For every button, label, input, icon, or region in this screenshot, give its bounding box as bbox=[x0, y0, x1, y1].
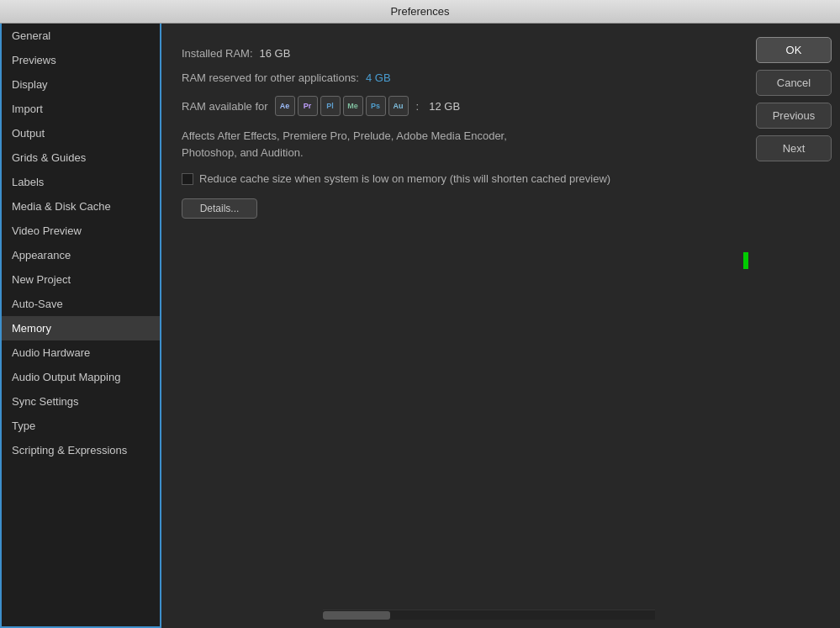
sidebar-item-audio-output-mapping[interactable]: Audio Output Mapping bbox=[2, 365, 160, 389]
sidebar-item-import[interactable]: Import bbox=[2, 97, 160, 121]
memory-section: Installed RAM: 16 GB RAM reserved for ot… bbox=[182, 47, 727, 219]
reduce-cache-row: Reduce cache size when system is low on … bbox=[182, 172, 727, 185]
reserved-ram-label: RAM reserved for other applications: bbox=[182, 71, 359, 84]
next-button[interactable]: Next bbox=[756, 135, 832, 161]
sidebar-item-video-preview[interactable]: Video Preview bbox=[2, 219, 160, 243]
previous-button[interactable]: Previous bbox=[756, 103, 832, 129]
sidebar-item-general[interactable]: General bbox=[2, 24, 160, 48]
sidebar-item-memory[interactable]: Memory bbox=[2, 316, 160, 340]
title-bar: Preferences bbox=[0, 0, 840, 24]
sidebar-item-audio-hardware[interactable]: Audio Hardware bbox=[2, 340, 160, 365]
app-icon-au: Au bbox=[388, 96, 409, 116]
details-button[interactable]: Details... bbox=[182, 198, 257, 219]
ok-button[interactable]: OK bbox=[756, 37, 832, 63]
sidebar-item-new-project[interactable]: New Project bbox=[2, 267, 160, 292]
sidebar-item-appearance[interactable]: Appearance bbox=[2, 243, 160, 267]
main-container: General Previews Display Import Output G… bbox=[0, 24, 840, 628]
sidebar: General Previews Display Import Output G… bbox=[0, 24, 161, 628]
sidebar-item-previews[interactable]: Previews bbox=[2, 48, 160, 72]
app-icon-ps: Ps bbox=[366, 96, 386, 116]
app-icon-pl: Pl bbox=[320, 96, 341, 116]
sidebar-item-sync-settings[interactable]: Sync Settings bbox=[2, 389, 160, 414]
sidebar-item-auto-save[interactable]: Auto-Save bbox=[2, 292, 160, 316]
app-icon-ae: Ae bbox=[275, 96, 295, 116]
sidebar-item-media-disk-cache[interactable]: Media & Disk Cache bbox=[2, 194, 160, 219]
right-panel: OK Cancel Previous Next bbox=[748, 24, 840, 628]
sidebar-item-type[interactable]: Type bbox=[2, 414, 160, 438]
sidebar-item-scripting-expressions[interactable]: Scripting & Expressions bbox=[2, 438, 160, 462]
memory-description: Affects After Effects, Premiere Pro, Pre… bbox=[182, 128, 585, 161]
available-ram-row: RAM available for Ae Pr Pl Me Ps Au : 12… bbox=[182, 96, 727, 116]
installed-ram-label: Installed RAM: bbox=[182, 47, 253, 60]
reduce-cache-label: Reduce cache size when system is low on … bbox=[199, 172, 610, 185]
green-status-indicator bbox=[743, 252, 748, 269]
horizontal-scrollbar[interactable] bbox=[323, 610, 655, 620]
installed-ram-value: 16 GB bbox=[260, 47, 291, 60]
sidebar-item-grids-guides[interactable]: Grids & Guides bbox=[2, 145, 160, 170]
available-ram-label: RAM available for bbox=[182, 100, 268, 113]
dialog-title: Preferences bbox=[390, 5, 449, 18]
content-area: Installed RAM: 16 GB RAM reserved for ot… bbox=[161, 24, 748, 628]
sidebar-item-display[interactable]: Display bbox=[2, 72, 160, 97]
sidebar-item-labels[interactable]: Labels bbox=[2, 170, 160, 194]
app-icon-pr: Pr bbox=[298, 96, 318, 116]
reserved-ram-value: 4 GB bbox=[366, 71, 391, 84]
available-ram-colon: : bbox=[416, 100, 420, 113]
reduce-cache-checkbox[interactable] bbox=[182, 173, 193, 185]
app-icon-me: Me bbox=[343, 96, 363, 116]
available-ram-value: 12 GB bbox=[429, 100, 460, 113]
sidebar-item-output[interactable]: Output bbox=[2, 121, 160, 145]
installed-ram-row: Installed RAM: 16 GB bbox=[182, 47, 727, 60]
cancel-button[interactable]: Cancel bbox=[756, 70, 832, 96]
reserved-ram-row: RAM reserved for other applications: 4 G… bbox=[182, 71, 727, 84]
scrollbar-thumb[interactable] bbox=[323, 611, 390, 620]
